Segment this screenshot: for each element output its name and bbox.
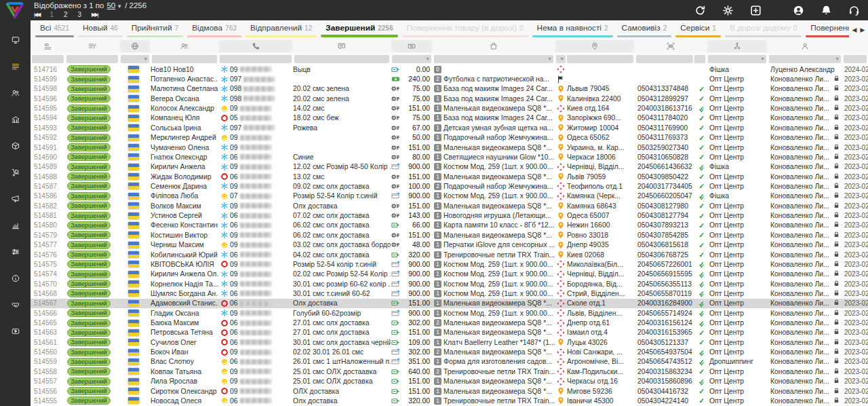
sidebar-item-supply[interactable] bbox=[0, 160, 31, 185]
table-row[interactable]: 514599ЗавершенийПотапенко Анастас...0972… bbox=[31, 74, 868, 84]
column-header-products[interactable] bbox=[433, 40, 554, 52]
add-square-icon[interactable] bbox=[750, 5, 762, 16]
last-page-button[interactable]: ▶▶| bbox=[92, 12, 97, 18]
sidebar-item-dashboard[interactable] bbox=[0, 27, 31, 53]
table-row[interactable]: 514568ЗавершенийШумляс Богдана Ан...0630… bbox=[31, 289, 868, 298]
table-row[interactable]: 514563ЗавершенийПетровська Тетяна0627.01… bbox=[31, 328, 868, 337]
filter-input-delivery[interactable] bbox=[567, 55, 633, 63]
tab-samovyviz[interactable]: Самовивіз2 bbox=[616, 20, 673, 39]
sidebar-item-statistics[interactable] bbox=[0, 213, 31, 238]
filter-input-ttn[interactable] bbox=[636, 55, 693, 63]
app-logo-icon[interactable] bbox=[5, 1, 25, 19]
column-header-country[interactable] bbox=[120, 40, 150, 52]
table-row[interactable]: 514592ЗавершенийМерклингер Андрей0950.00… bbox=[31, 133, 868, 143]
filter-input-payment[interactable]: ▼ bbox=[392, 55, 431, 63]
table-row[interactable]: 514598ЗавершенийМалютина Светлана09820.0… bbox=[31, 84, 868, 94]
tab-vidpravlenyi[interactable]: Відправлений12 bbox=[244, 20, 318, 39]
support-headset-icon[interactable] bbox=[848, 5, 860, 16]
table-row[interactable]: 514716ЗавершенийНов10 Нов1009Выцв0.000Фі… bbox=[31, 64, 868, 74]
table-row[interactable]: 514577ЗавершенийЧерниш Максим0903.02 смс… bbox=[31, 240, 868, 249]
page-button-2[interactable]: 2 bbox=[64, 11, 68, 18]
table-row[interactable]: 514588ЗавершенийЖидак Володимир0613.02 с… bbox=[31, 172, 868, 181]
filter-input-ttn[interactable] bbox=[694, 55, 705, 63]
filter-input-manager[interactable]: ▼ bbox=[769, 55, 841, 63]
refresh-icon[interactable] bbox=[694, 5, 706, 16]
tab-v-dorozi-dodomu[interactable]: В дорозі додому0 bbox=[724, 20, 803, 39]
tab-pryiniatyi[interactable]: Прийнятий7 bbox=[125, 20, 184, 39]
sidebar-item-products[interactable] bbox=[0, 133, 31, 159]
sidebar-item-warehouse[interactable] bbox=[0, 107, 31, 132]
tab-povernennia-zavershenyi[interactable]: Повернення (завершений)125 bbox=[804, 20, 849, 39]
column-header-source[interactable] bbox=[707, 40, 767, 52]
table-row[interactable]: 514558ЗавершенийКовпак Татьяна0925.01 см… bbox=[31, 367, 868, 376]
filter-input-id[interactable] bbox=[32, 55, 64, 63]
table-row[interactable]: 514589ЗавершенийКирилич Анжела0912.02 см… bbox=[31, 162, 868, 172]
sidebar-item-partners[interactable] bbox=[0, 292, 31, 318]
tab-povernennia-tovaru-v-dorozi[interactable]: Повернення товару (в дорозі)0 bbox=[401, 20, 530, 39]
filter-input-date[interactable] bbox=[844, 55, 867, 63]
page-size-select[interactable]: 50 bbox=[106, 1, 115, 10]
table-row[interactable]: 514576ЗавершенийКобилинський Юрий0604.02… bbox=[31, 250, 868, 259]
tab-zavershenyi[interactable]: Завершений2256 bbox=[319, 20, 399, 39]
sidebar-item-video[interactable] bbox=[0, 318, 31, 344]
filter-input-country[interactable]: ▼ bbox=[121, 55, 149, 63]
page-button-1[interactable]: 1 bbox=[50, 11, 54, 18]
column-header-customer[interactable] bbox=[151, 40, 218, 52]
tabs-scroll-right-icon[interactable]: ▶ bbox=[861, 26, 865, 33]
table-row[interactable]: 514570ЗавершенийКорнелюк Надія Та...0930… bbox=[31, 279, 868, 289]
sidebar-item-info[interactable] bbox=[0, 265, 31, 291]
gear-icon[interactable] bbox=[722, 5, 734, 16]
table-row[interactable]: 514566ЗавершенийГладик Оксана09Голубий 6… bbox=[31, 308, 868, 318]
column-header-delivery[interactable] bbox=[555, 40, 634, 52]
table-row[interactable]: 514581ЗавершенийУстинов Сергей0607.02 см… bbox=[31, 210, 868, 220]
table-row[interactable]: 514561ЗавершенийСучилов Олег0630.01 смс … bbox=[31, 337, 868, 347]
tab-vidmova[interactable]: Відмова763 bbox=[186, 20, 243, 39]
table-row[interactable]: 514567ЗавершенийАдамовский Станис...06Ол… bbox=[31, 299, 868, 308]
filter-input-comment[interactable] bbox=[294, 55, 389, 63]
column-header-payment[interactable] bbox=[391, 40, 432, 52]
filter-input-source[interactable]: ▼ bbox=[708, 55, 766, 63]
tab-servisy[interactable]: Сервіси1 bbox=[674, 20, 722, 39]
table-row[interactable]: 514594ЗавершенийКомпанец Юля0518.02 смс … bbox=[31, 113, 868, 123]
sidebar-item-customers[interactable] bbox=[0, 80, 31, 106]
sidebar-item-orders[interactable] bbox=[0, 54, 31, 79]
table-row[interactable]: 514580ЗавершенийФесенко Константин0606.0… bbox=[31, 221, 868, 230]
sidebar-item-integrations[interactable] bbox=[0, 239, 31, 265]
bell-icon[interactable] bbox=[821, 5, 832, 16]
filter-input-delivery[interactable]: ▼ bbox=[556, 55, 566, 63]
tab-novyi[interactable]: Новый46 bbox=[77, 20, 124, 39]
column-header-status[interactable] bbox=[66, 40, 119, 52]
column-header-ttn[interactable] bbox=[635, 40, 706, 52]
column-header-comment[interactable] bbox=[294, 40, 390, 52]
table-row[interactable]: 514586ЗавершенийФіліпова Люба07Розмір 52… bbox=[31, 191, 868, 201]
table-row[interactable]: 514591ЗавершенийЧумаченко Олена09151.001… bbox=[31, 143, 868, 152]
table-row[interactable]: 514593ЗавершенийСольська Ірина097Рожева6… bbox=[31, 123, 868, 132]
table-row[interactable]: 514574ЗавершенийКирилич Анжела Ол...0902… bbox=[31, 270, 868, 279]
table-row[interactable]: 514582ЗавершенийВолков Максим09Олх доста… bbox=[31, 201, 868, 210]
table-row[interactable]: 514579ЗавершенийКостишин Виктор0906.02 с… bbox=[31, 230, 868, 240]
table-row[interactable]: 514595ЗавершенийКолосок Александр0914.02… bbox=[31, 103, 868, 113]
filter-input-status[interactable] bbox=[66, 55, 118, 63]
sidebar-item-marketing[interactable] bbox=[0, 186, 31, 212]
filter-input-phone[interactable] bbox=[220, 55, 292, 63]
table-row[interactable]: 514559ЗавершенийВлас Слотюу0626.01 смс 1… bbox=[31, 357, 868, 367]
table-row[interactable]: 514575ЗавершенийКВІТОВСЬКА ЮЛІЯ09Розмір … bbox=[31, 259, 868, 269]
table-row[interactable]: 514556ЗавершенийСиротюк Олександр09ОЛХ д… bbox=[31, 386, 868, 396]
table-row[interactable]: 514596ЗавершенийВегера Оксана09820.02 см… bbox=[31, 94, 868, 103]
table-row[interactable]: 514555ЗавершенийНовосад Олеся06Олх доста… bbox=[31, 396, 868, 405]
tab-vsi[interactable]: Всі4521 bbox=[34, 20, 75, 39]
table-row[interactable]: 514565ЗавершенийБаюка Максим0627.01 смс … bbox=[31, 318, 868, 327]
tab-nema-v-naiavnosti[interactable]: Нема в наявності2 bbox=[531, 20, 614, 39]
tabs-scroll-left-icon[interactable]: ◀ bbox=[852, 26, 857, 33]
first-page-button[interactable]: |◀◀ bbox=[34, 12, 39, 18]
table-row[interactable]: 514587ЗавершенийСеменюк Дарина0909.02 см… bbox=[31, 181, 868, 191]
column-header-manager[interactable] bbox=[768, 40, 842, 52]
column-header-date[interactable] bbox=[843, 40, 867, 52]
table-row[interactable]: 514560ЗавершенийБокоч Иван0902.02 30.01 … bbox=[31, 347, 868, 356]
table-row[interactable]: 514590ЗавершенийГнатюк Олексндр06Синие80… bbox=[31, 152, 868, 162]
account-icon[interactable] bbox=[793, 5, 804, 16]
filter-input-customer[interactable] bbox=[152, 55, 217, 63]
table-row[interactable]: 514557ЗавершенийЛила Ярослав0925.01 смс … bbox=[31, 377, 868, 386]
page-button-3[interactable]: 3 bbox=[78, 11, 82, 18]
column-header-phone[interactable] bbox=[219, 40, 292, 52]
